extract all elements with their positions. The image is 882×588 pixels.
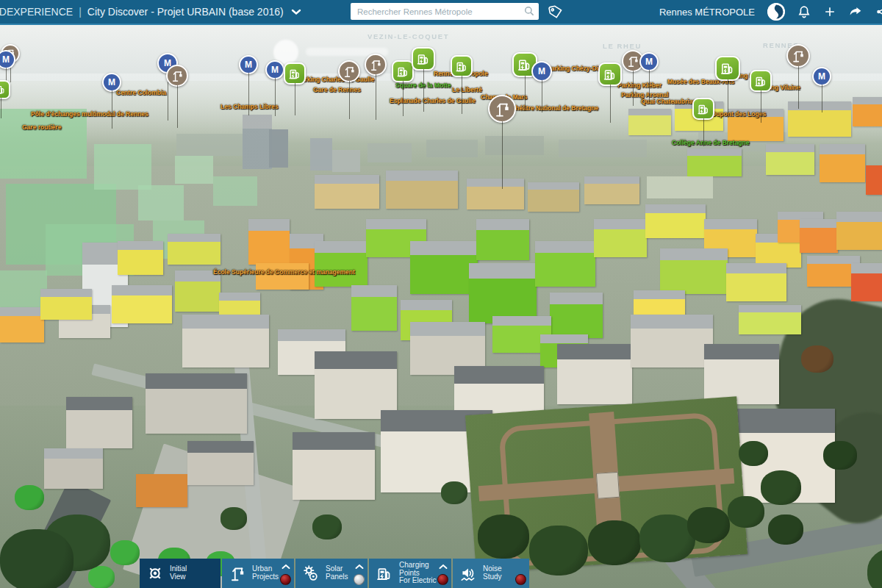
top-bar: 3DEXPERIENCE | City Discover - Projet UR… <box>0 0 882 25</box>
title-separator: | <box>79 6 82 18</box>
marker-charging[interactable] <box>750 70 772 92</box>
toggle-indicator[interactable] <box>354 574 365 585</box>
map-label: Quai Chateaubriand <box>641 98 700 105</box>
map-label: Collège Anne de Bretagne <box>672 139 749 146</box>
tile-solar-panels[interactable]: Solar Panels <box>295 559 368 588</box>
marker-metro[interactable]: M <box>812 67 831 86</box>
marker-metro[interactable]: M <box>102 73 121 92</box>
user-label: Rennes MÉTROPOLE <box>659 7 755 18</box>
share-nodes-icon[interactable] <box>875 4 882 20</box>
chevron-up-icon[interactable] <box>282 559 290 565</box>
tile-noise-study[interactable]: Noise Study <box>453 559 529 588</box>
map-3d-view[interactable]: MMMMMMMMPôle d'échanges multimodal de Re… <box>0 0 882 588</box>
project-title: City Discover - Projet URBAIN (base 2016… <box>87 6 284 18</box>
marker-charging[interactable] <box>451 55 473 77</box>
search-input[interactable] <box>351 3 539 20</box>
user-group: Rennes MÉTROPOLE <box>659 0 882 24</box>
marker-project[interactable] <box>166 65 188 87</box>
share-arrow-icon[interactable] <box>847 4 864 20</box>
map-label: Gare routière <box>22 123 61 131</box>
charging-icon <box>375 564 394 583</box>
title-group: 3DEXPERIENCE | City Discover - Projet UR… <box>0 6 301 18</box>
map-label: Gare de Rennes <box>313 86 361 93</box>
avatar[interactable] <box>767 3 785 21</box>
app-window: MMMMMMMMPôle d'échanges multimodal de Re… <box>0 0 882 588</box>
marker-project[interactable] <box>786 44 810 68</box>
tile-urban-projects[interactable]: Urban Projects <box>222 559 294 588</box>
tile-initial-view[interactable]: Initial View <box>140 559 220 588</box>
marker-charging[interactable] <box>598 62 622 86</box>
noise-icon <box>459 564 478 583</box>
tile-label: Urban Projects <box>252 565 279 581</box>
map-label: Dupont des Loges <box>711 110 766 118</box>
chevron-up-icon[interactable] <box>355 559 364 565</box>
marker-project[interactable] <box>488 95 516 123</box>
tag-icon[interactable] <box>548 4 564 20</box>
tile-label: Initial View <box>170 565 187 581</box>
crane-icon <box>228 564 247 583</box>
bell-icon[interactable] <box>796 4 812 20</box>
marker-charging[interactable] <box>0 80 10 99</box>
map-label: Parking Charles de Gaulle <box>297 76 374 83</box>
sun-icon <box>301 564 320 583</box>
map-label: Le Liberté <box>452 86 482 93</box>
marker-charging[interactable] <box>412 47 435 71</box>
app-brand: 3DEXPERIENCE <box>0 6 73 18</box>
area-label: LE RHEU <box>603 42 642 50</box>
marker-charging[interactable] <box>715 56 740 81</box>
map-label: Centre Colombia <box>116 89 166 96</box>
marker-metro[interactable]: M <box>531 61 552 82</box>
search-group <box>351 3 564 20</box>
search-box[interactable] <box>351 3 539 20</box>
toggle-indicator[interactable] <box>437 574 448 585</box>
marker-charging[interactable] <box>284 62 306 85</box>
marker-project[interactable] <box>365 54 387 76</box>
search-icon[interactable] <box>523 4 536 18</box>
map-label: Parking Kléber <box>617 82 662 89</box>
bottom-toolbar: Initial ViewUrban ProjectsSolar PanelsCh… <box>140 559 691 588</box>
marker-charging[interactable] <box>692 98 714 120</box>
chevron-up-icon[interactable] <box>439 559 448 565</box>
target-icon <box>146 564 165 583</box>
tile-label: Noise Study <box>483 565 502 581</box>
tile-label: Charging Points For Electric <box>399 562 437 585</box>
marker-metro[interactable]: M <box>0 50 15 69</box>
tile-charging-points[interactable]: Charging Points For Electric <box>369 559 451 588</box>
marker-metro[interactable]: M <box>265 60 284 79</box>
marker-project[interactable] <box>338 60 360 82</box>
marker-charging[interactable] <box>392 60 414 82</box>
map-label: Les Champs Libres <box>220 103 278 110</box>
marker-metro[interactable]: M <box>239 55 258 74</box>
map-label: École Supérieure de Commerce et manageme… <box>213 268 355 276</box>
map-overlay: MMMMMMMMPôle d'échanges multimodal de Re… <box>0 0 882 588</box>
map-label: Parking Arsenal <box>621 91 668 98</box>
area-label: VEZIN-LE-COQUET <box>368 32 449 40</box>
marker-metro[interactable]: M <box>639 52 659 71</box>
toggle-indicator[interactable] <box>280 574 291 585</box>
tile-label: Solar Panels <box>326 565 348 581</box>
chevron-down-icon[interactable] <box>291 9 301 15</box>
map-label: Pôle d'échanges multimodal de Rennes <box>31 110 148 118</box>
plus-icon[interactable] <box>823 4 836 20</box>
toggle-indicator[interactable] <box>515 574 526 585</box>
